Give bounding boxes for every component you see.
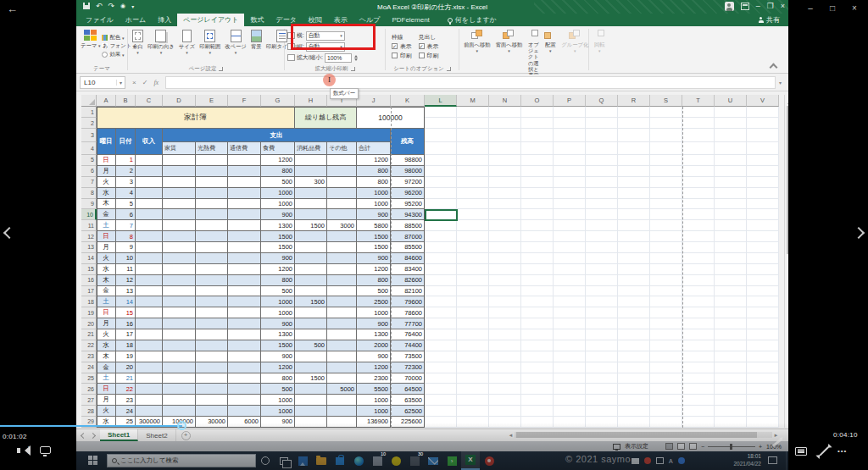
zoom-slider-thumb[interactable] <box>730 444 732 450</box>
empty-cell[interactable] <box>457 242 489 253</box>
cell-I20[interactable] <box>327 318 357 329</box>
cell-H10[interactable] <box>295 209 327 220</box>
cell-H20[interactable] <box>295 318 327 329</box>
tab-PDFelement[interactable]: PDFelement <box>386 14 435 26</box>
empty-cell[interactable] <box>650 253 682 264</box>
empty-cell[interactable] <box>715 129 747 142</box>
column-header-T[interactable]: T <box>682 95 715 107</box>
empty-cell[interactable] <box>747 188 779 199</box>
empty-cell[interactable] <box>715 296 747 307</box>
empty-cell[interactable] <box>715 264 747 275</box>
empty-cell[interactable] <box>554 231 586 242</box>
themes-button[interactable]: テーマ ▾ <box>79 28 102 64</box>
scroll-right-icon[interactable]: ► <box>772 433 780 438</box>
empty-cell[interactable] <box>586 373 618 384</box>
empty-cell[interactable] <box>489 166 521 177</box>
empty-cell[interactable] <box>554 142 586 155</box>
tray-icon[interactable] <box>632 458 639 464</box>
empty-cell[interactable] <box>618 373 650 384</box>
empty-cell[interactable] <box>425 417 457 428</box>
sheet-nav-right-icon[interactable] <box>90 432 96 438</box>
cell-C16[interactable] <box>136 275 163 286</box>
empty-cell[interactable] <box>425 155 457 166</box>
page-setup-dialog-launcher[interactable] <box>219 67 223 71</box>
column-header-R[interactable]: R <box>618 95 650 107</box>
empty-cell[interactable] <box>650 107 682 118</box>
empty-cell[interactable] <box>682 242 715 253</box>
edge-icon[interactable] <box>349 451 368 470</box>
cell-D17[interactable] <box>163 286 196 297</box>
cell-C26[interactable] <box>136 384 163 395</box>
cell-D8[interactable] <box>163 188 196 199</box>
cell-A27[interactable]: 月 <box>97 395 116 406</box>
cell-J19[interactable]: 1000 <box>357 307 391 318</box>
empty-cell[interactable] <box>747 373 779 384</box>
empty-cell[interactable] <box>715 188 747 199</box>
cell-D14[interactable] <box>163 253 196 264</box>
empty-cell[interactable] <box>715 253 747 264</box>
empty-cell[interactable] <box>747 362 779 373</box>
empty-cell[interactable] <box>682 351 715 362</box>
empty-cell[interactable] <box>586 351 618 362</box>
column-header-M[interactable]: M <box>457 95 489 107</box>
empty-cell[interactable] <box>650 188 682 199</box>
cell-K9[interactable]: 95200 <box>391 199 425 210</box>
cell-F9[interactable] <box>228 199 261 210</box>
empty-cell[interactable] <box>650 362 682 373</box>
cell-E22[interactable] <box>196 340 228 351</box>
empty-cell[interactable] <box>554 296 586 307</box>
row-header-20[interactable]: 20 <box>81 318 97 329</box>
cell-A5[interactable]: 日 <box>97 155 116 166</box>
empty-cell[interactable] <box>715 209 747 220</box>
cell-D21[interactable] <box>163 329 196 340</box>
cell-A8[interactable]: 水 <box>97 188 116 199</box>
save-icon[interactable] <box>83 3 90 9</box>
empty-cell[interactable] <box>425 242 457 253</box>
empty-cell[interactable] <box>489 417 521 428</box>
empty-cell[interactable] <box>618 406 650 417</box>
empty-cell[interactable] <box>618 107 650 118</box>
cell-I11[interactable]: 3000 <box>327 220 357 231</box>
cell-K22[interactable]: 74400 <box>391 340 425 351</box>
empty-cell[interactable] <box>521 155 554 166</box>
account-avatar[interactable] <box>725 2 734 11</box>
empty-cell[interactable] <box>650 231 682 242</box>
name-box-dropdown-icon[interactable]: ▾ <box>116 80 125 86</box>
cell-B27[interactable]: 23 <box>116 395 136 406</box>
empty-cell[interactable] <box>586 142 618 155</box>
green-app-icon[interactable]: › <box>442 451 461 470</box>
cell-F11[interactable] <box>228 220 261 231</box>
empty-cell[interactable] <box>586 362 618 373</box>
empty-cell[interactable] <box>618 155 650 166</box>
cell-A15[interactable]: 水 <box>97 264 116 275</box>
empty-cell[interactable] <box>425 142 457 155</box>
empty-cell[interactable] <box>747 329 779 340</box>
empty-cell[interactable] <box>457 107 489 118</box>
cell-H29[interactable] <box>295 417 327 428</box>
empty-cell[interactable] <box>489 118 521 129</box>
cell-F10[interactable] <box>228 209 261 220</box>
cell-C6[interactable] <box>136 166 163 177</box>
empty-cell[interactable] <box>554 373 586 384</box>
cell-E8[interactable] <box>196 188 228 199</box>
cell-J8[interactable]: 1000 <box>357 188 391 199</box>
cell-A9[interactable]: 木 <box>97 199 116 210</box>
cell-subheader-通信費[interactable]: 通信費 <box>228 142 261 155</box>
empty-cell[interactable] <box>521 417 554 428</box>
row-header-9[interactable]: 9 <box>81 199 97 210</box>
empty-cell[interactable] <box>586 166 618 177</box>
page-break-view-icon[interactable] <box>689 443 697 450</box>
empty-cell[interactable] <box>425 340 457 351</box>
taskbar-search-box[interactable]: ここに入力して検索 <box>107 454 256 467</box>
cell-F23[interactable] <box>228 351 261 362</box>
display-settings-icon[interactable] <box>613 444 620 450</box>
tab-挿入[interactable]: 挿入 <box>152 14 177 26</box>
empty-cell[interactable] <box>521 395 554 406</box>
cell-D13[interactable] <box>163 242 196 253</box>
cell-E25[interactable] <box>196 373 228 384</box>
cell-J22[interactable]: 2000 <box>357 340 391 351</box>
empty-cell[interactable] <box>586 209 618 220</box>
select-all-corner[interactable] <box>81 95 97 107</box>
cell-E27[interactable] <box>196 395 228 406</box>
cell-H24[interactable] <box>295 362 327 373</box>
